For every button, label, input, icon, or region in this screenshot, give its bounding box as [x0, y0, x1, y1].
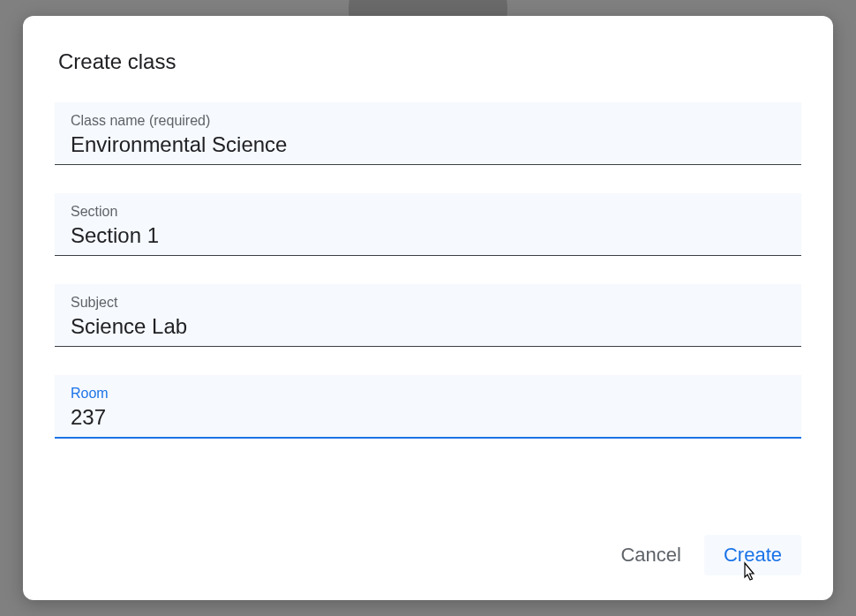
subject-field[interactable]: Subject [55, 284, 801, 347]
subject-input[interactable] [71, 314, 785, 339]
cancel-button[interactable]: Cancel [601, 535, 700, 575]
section-label: Section [71, 204, 785, 220]
class-name-field[interactable]: Class name (required) [55, 102, 801, 165]
subject-label: Subject [71, 295, 785, 311]
dialog-title: Create class [58, 49, 801, 74]
class-name-input[interactable] [71, 132, 785, 157]
class-name-label: Class name (required) [71, 113, 785, 129]
section-input[interactable] [71, 223, 785, 248]
room-field[interactable]: Room [55, 375, 801, 439]
create-class-dialog: Create class Class name (required) Secti… [23, 16, 833, 600]
room-input[interactable] [71, 405, 785, 430]
room-label: Room [71, 386, 785, 402]
dialog-actions: Cancel Create [55, 517, 801, 575]
create-button[interactable]: Create [704, 535, 801, 575]
form-fields: Class name (required) Section Subject Ro… [55, 102, 801, 439]
section-field[interactable]: Section [55, 193, 801, 256]
